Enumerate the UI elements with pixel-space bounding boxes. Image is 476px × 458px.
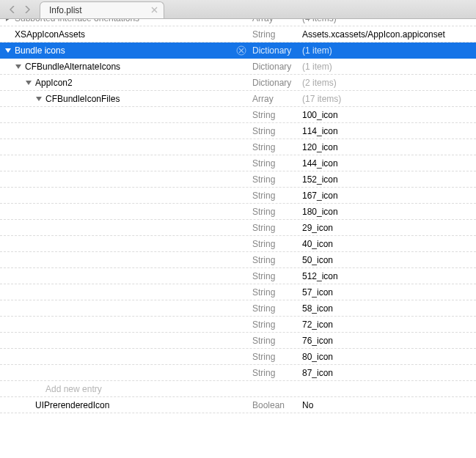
plist-row[interactable]: String100_icon <box>0 107 476 123</box>
type-label: String <box>251 255 299 265</box>
nav-back-icon[interactable] <box>7 4 18 15</box>
key-label: Bundle icons <box>15 45 65 56</box>
plist-row[interactable]: String120_icon <box>0 139 476 155</box>
plist-editor: Supported interface orientations Array (… <box>0 19 476 413</box>
type-label: Array <box>251 19 299 23</box>
value-label: 100_icon <box>299 110 476 120</box>
plist-row[interactable]: String57_icon <box>0 284 476 300</box>
type-label: String <box>251 29 299 40</box>
value-label: 167_icon <box>299 191 476 201</box>
value-label: 180_icon <box>299 207 476 217</box>
type-label: String <box>251 271 299 281</box>
value-label: No <box>299 400 476 410</box>
disclosure-down-icon[interactable] <box>35 95 43 103</box>
type-label: String <box>251 368 299 378</box>
plist-row[interactable]: XSAppIconAssets String Assets.xcassets/A… <box>0 26 476 43</box>
type-label: String <box>251 158 299 169</box>
value-label: 50_icon <box>299 255 476 265</box>
disclosure-down-icon[interactable] <box>15 63 22 70</box>
plist-row[interactable]: String40_icon <box>0 236 476 252</box>
key-label: Supported interface orientations <box>15 19 139 21</box>
value-label: (4 items) <box>299 19 476 23</box>
type-label: Dictionary <box>251 78 299 88</box>
plist-row[interactable]: String152_icon <box>0 171 476 188</box>
type-label: String <box>251 207 299 217</box>
key-label: XSAppIconAssets <box>15 29 85 40</box>
tab-title: Info.plist <box>49 5 82 15</box>
plist-row[interactable]: String29_icon <box>0 220 476 236</box>
type-label: Array <box>251 94 299 104</box>
value-label: 87_icon <box>299 368 476 378</box>
icon-files-list: String100_iconString114_iconString120_ic… <box>0 107 476 381</box>
value-label: 57_icon <box>299 287 476 298</box>
value-label: 72_icon <box>299 320 476 330</box>
plist-row[interactable]: String167_icon <box>0 188 476 204</box>
type-label: Dictionary <box>251 45 299 56</box>
key-label: UIPrerenderedIcon <box>35 400 109 410</box>
value-label: 58_icon <box>299 303 476 314</box>
editor-tab[interactable]: Info.plist <box>40 1 164 18</box>
disclosure-right-icon[interactable] <box>4 19 12 21</box>
plist-row[interactable]: String80_icon <box>0 349 476 365</box>
close-icon[interactable] <box>149 4 159 15</box>
plist-row[interactable]: String144_icon <box>0 155 476 171</box>
disclosure-down-icon[interactable] <box>25 79 32 86</box>
plist-row[interactable]: String114_icon <box>0 123 476 139</box>
value-label: (1 item) <box>299 45 476 56</box>
plist-row[interactable]: Supported interface orientations Array (… <box>0 19 476 26</box>
type-label: String <box>251 303 299 314</box>
key-label: CFBundleIconFiles <box>45 94 120 104</box>
value-label: (17 items) <box>299 94 476 104</box>
type-label: String <box>251 223 299 233</box>
plist-row[interactable]: CFBundleIconFiles Array (17 items) <box>0 91 476 107</box>
plist-row[interactable]: String76_icon <box>0 333 476 349</box>
type-label: String <box>251 142 299 152</box>
plist-row[interactable]: String50_icon <box>0 252 476 268</box>
value-label: 114_icon <box>299 126 476 136</box>
type-label: String <box>251 336 299 346</box>
disclosure-down-icon[interactable] <box>4 47 12 54</box>
key-label: AppIcon2 <box>35 78 73 88</box>
add-new-entry-row[interactable]: Add new entry <box>0 381 476 397</box>
plist-row[interactable]: String180_icon <box>0 204 476 220</box>
plist-row[interactable]: String512_icon <box>0 268 476 284</box>
plist-row[interactable]: UIPrerenderedIcon Boolean No <box>0 397 476 413</box>
value-label: 29_icon <box>299 223 476 233</box>
value-label: 512_icon <box>299 271 476 281</box>
key-label: CFBundleAlternateIcons <box>25 62 120 72</box>
value-label: 40_icon <box>299 239 476 249</box>
value-label: 120_icon <box>299 142 476 152</box>
plist-row[interactable]: CFBundleAlternateIcons Dictionary (1 ite… <box>0 59 476 75</box>
type-label: Boolean <box>251 400 299 410</box>
plist-row-selected[interactable]: Bundle icons Dictionary (1 item) <box>0 43 476 59</box>
delete-icon[interactable] <box>236 45 246 56</box>
plist-row[interactable]: AppIcon2 Dictionary (2 items) <box>0 75 476 91</box>
type-label: String <box>251 126 299 136</box>
type-label: String <box>251 174 299 185</box>
nav-arrows <box>0 0 37 18</box>
value-label: (1 item) <box>299 62 476 72</box>
type-label: String <box>251 352 299 362</box>
value-label: Assets.xcassets/AppIcon.appiconset <box>299 29 476 40</box>
type-label: String <box>251 191 299 201</box>
add-new-placeholder: Add new entry <box>45 384 102 394</box>
value-label: 80_icon <box>299 352 476 362</box>
type-label: Dictionary <box>251 62 299 72</box>
value-label: 152_icon <box>299 174 476 185</box>
nav-forward-icon[interactable] <box>22 4 32 15</box>
tab-bar: Info.plist <box>0 0 476 19</box>
value-label: 76_icon <box>299 336 476 346</box>
plist-row[interactable]: String72_icon <box>0 317 476 333</box>
value-label: (2 items) <box>299 78 476 88</box>
value-label: 144_icon <box>299 158 476 169</box>
plist-row[interactable]: String87_icon <box>0 365 476 381</box>
type-label: String <box>251 320 299 330</box>
type-label: String <box>251 239 299 249</box>
plist-row[interactable]: String58_icon <box>0 300 476 317</box>
type-label: String <box>251 287 299 298</box>
type-label: String <box>251 110 299 120</box>
